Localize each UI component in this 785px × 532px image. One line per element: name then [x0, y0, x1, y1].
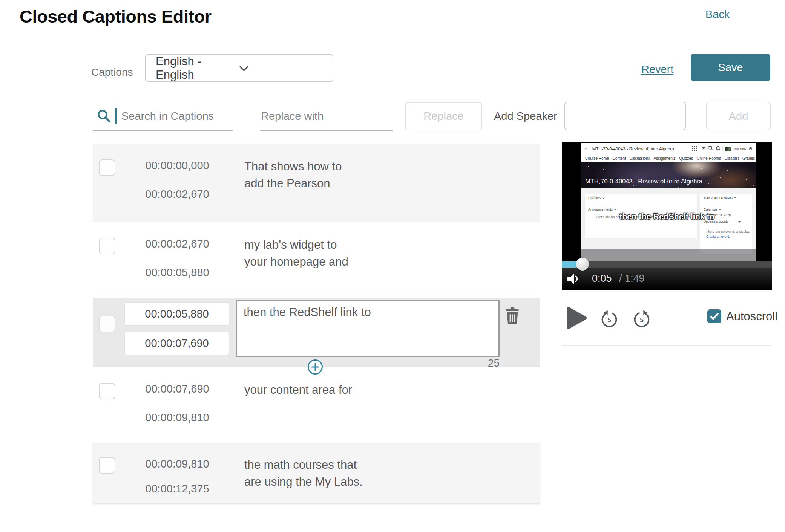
- add-caption-button[interactable]: [307, 359, 324, 375]
- current-time: 0:05: [592, 273, 612, 284]
- caption-row[interactable]: 00:00:09,810 00:00:12,375 the math cours…: [93, 443, 540, 503]
- play-button[interactable]: [566, 307, 587, 329]
- end-time: 00:00:05,880: [132, 266, 222, 279]
- save-button[interactable]: Save: [691, 54, 770, 81]
- start-time: 00:00:09,810: [132, 458, 222, 470]
- row-checkbox[interactable]: [99, 238, 115, 254]
- row-checkbox[interactable]: [99, 159, 115, 176]
- caption-list: 00:00:00,000 00:00:02,670 That shows how…: [93, 144, 540, 503]
- divider: [722, 146, 723, 151]
- start-time: 00:00:00,000: [132, 159, 222, 172]
- bell-icon: [716, 146, 720, 151]
- end-time: 00:00:02,670: [132, 188, 222, 200]
- trash-icon: [504, 320, 521, 326]
- page-title: Closed Captions Editor: [20, 6, 212, 27]
- caption-text-editor[interactable]: then the RedShelf link to: [236, 300, 500, 357]
- caption-text: your content area for: [244, 381, 352, 398]
- rewind-5-button[interactable]: 5: [599, 309, 619, 329]
- course-homepage: Updates Start of term checklist Announce…: [581, 188, 756, 261]
- video-player[interactable]: ⌂ MTH-70-0-40043 - Review of Intro Algeb…: [562, 142, 772, 290]
- nav-item: Online Rooms: [697, 156, 721, 161]
- course-banner-title: MTH-70-0-40043 - Review of Intro Algebra: [585, 178, 702, 185]
- svg-text:5: 5: [607, 316, 611, 324]
- video-control-bar: 0:05 / 1:49: [562, 268, 772, 290]
- video-minibar: ⌂ MTH-70-0-40043 - Review of Intro Algeb…: [581, 143, 756, 154]
- divider: [699, 146, 699, 151]
- caption-row[interactable]: 00:00:00,000 00:00:02,670 That shows how…: [93, 144, 540, 222]
- user-name: Andy Freed: [734, 147, 747, 150]
- home-icon: ⌂: [584, 146, 587, 151]
- gear-icon: ⚙: [748, 146, 753, 151]
- caption-text: the math courses thatare using the My La…: [244, 456, 363, 490]
- row-checkbox[interactable]: [99, 316, 115, 332]
- speaker-name-input[interactable]: [564, 102, 686, 130]
- avatar: [725, 147, 731, 151]
- search-captions-input[interactable]: Search in Captions: [93, 102, 233, 131]
- caption-text: my lab's widget toyour homepage and: [244, 236, 348, 270]
- delete-caption-button[interactable]: [504, 307, 521, 326]
- row-checkbox[interactable]: [99, 457, 115, 474]
- caption-row[interactable]: 00:00:02,670 00:00:05,880 my lab's widge…: [93, 222, 540, 298]
- nav-item: Content: [612, 156, 626, 161]
- search-placeholder: Search in Captions: [121, 102, 214, 130]
- svg-text:5: 5: [640, 316, 644, 324]
- replace-button[interactable]: Replace: [405, 102, 482, 130]
- play-icon: [566, 325, 587, 330]
- plus-circle-icon: [307, 371, 324, 376]
- add-speaker-label: Add Speaker: [494, 102, 557, 130]
- back-link[interactable]: Back: [705, 8, 730, 21]
- volume-icon[interactable]: [566, 272, 582, 287]
- divider: [590, 146, 590, 151]
- captions-label: Captions: [91, 66, 133, 78]
- row-checkbox[interactable]: [99, 383, 115, 399]
- chevron-down-icon: [239, 61, 323, 75]
- nav-item: Classlist: [725, 156, 739, 161]
- start-time: 00:00:07,690: [132, 383, 222, 395]
- end-time: 00:00:12,375: [132, 483, 222, 495]
- replace-with-input[interactable]: Replace with: [260, 102, 393, 131]
- caption-row[interactable]: 00:00:07,690 00:00:09,810 your content a…: [93, 367, 540, 443]
- replace-placeholder: Replace with: [261, 102, 324, 130]
- add-speaker-button[interactable]: Add: [706, 102, 771, 130]
- closed-captions-editor: Closed Captions Editor Back Captions Eng…: [0, 0, 785, 532]
- mail-icon: ✉: [702, 146, 706, 151]
- video-frame: ⌂ MTH-70-0-40043 - Review of Intro Algeb…: [581, 143, 756, 261]
- revert-link[interactable]: Revert: [641, 63, 673, 76]
- autoscroll-checkbox[interactable]: [707, 309, 721, 323]
- video-progress-bar[interactable]: [562, 261, 772, 268]
- duration: / 1:49: [619, 273, 645, 284]
- start-time-input[interactable]: [124, 302, 229, 326]
- forward-5-button[interactable]: 5: [632, 309, 652, 329]
- video-course-title: MTH-70-0-40043 - Review of Intro Algebra: [592, 147, 674, 151]
- search-icon: [97, 109, 112, 125]
- nav-item: Course Home: [585, 156, 609, 161]
- forward-5-icon: 5: [632, 324, 652, 330]
- end-time-input[interactable]: [124, 332, 229, 355]
- caption-row-editing[interactable]: then the RedShelf link to 25: [93, 298, 540, 367]
- waffle-icon: [692, 146, 697, 151]
- chat-icon: [708, 146, 713, 151]
- announcements-widget: Announcements There are no announcements…: [585, 205, 697, 238]
- start-time: 00:00:02,670: [132, 238, 222, 250]
- nav-item: Grades: [742, 156, 755, 161]
- caption-language-select[interactable]: English - English: [145, 54, 333, 82]
- nav-item: Quizzes: [679, 156, 693, 161]
- caption-language-value: English - English: [156, 55, 239, 82]
- autoscroll-label[interactable]: Autoscroll: [726, 309, 777, 323]
- nav-item: Assignments: [653, 156, 675, 161]
- divider: [562, 345, 771, 346]
- video-caption-overlay: then the RedShelf link to: [562, 212, 772, 222]
- text-cursor: [115, 108, 117, 124]
- nav-item: Discussions: [630, 156, 650, 161]
- end-time: 00:00:09,810: [132, 411, 222, 424]
- caption-text: That shows how toadd the Pearson: [244, 158, 342, 192]
- video-dim-overlay: [581, 249, 756, 261]
- rewind-5-icon: 5: [599, 324, 619, 330]
- progress-scrubber[interactable]: [576, 258, 589, 271]
- course-banner: MTH-70-0-40043 - Review of Intro Algebra: [581, 162, 756, 188]
- video-course-nav: Course Home Content Discussions Assignme…: [581, 154, 756, 162]
